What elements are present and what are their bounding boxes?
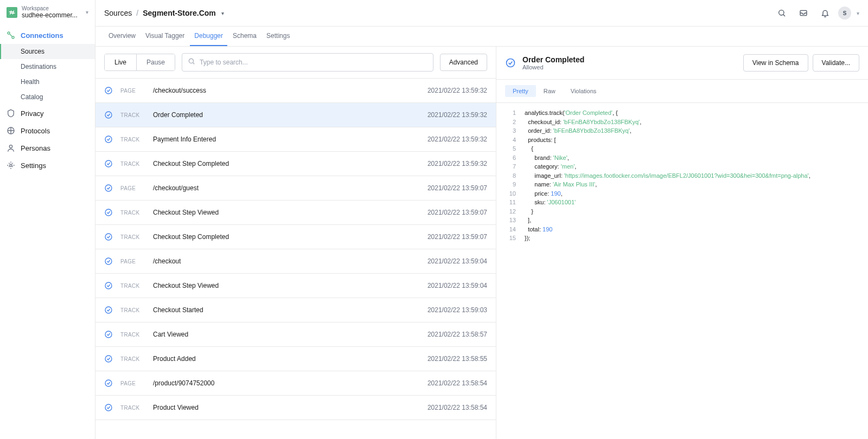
event-row[interactable]: TRACKCheckout Step Viewed2021/02/22 13:5… (95, 201, 496, 225)
shield-icon (7, 109, 15, 118)
svg-point-3 (9, 145, 12, 148)
event-row[interactable]: PAGE/checkout2021/02/22 13:59:04 (95, 249, 496, 274)
svg-point-5 (779, 10, 784, 15)
svg-point-19 (105, 356, 112, 362)
avatar[interactable]: S (838, 7, 851, 20)
event-row[interactable]: TRACKCheckout Step Completed2021/02/22 1… (95, 225, 496, 249)
detail-status: Allowed (522, 64, 737, 70)
event-timestamp: 2021/02/22 13:59:32 (427, 160, 487, 167)
nav-catalog[interactable]: Catalog (0, 89, 95, 105)
svg-point-14 (105, 234, 112, 240)
advanced-button[interactable]: Advanced (440, 54, 487, 71)
protocols-icon (7, 126, 15, 135)
check-circle-icon (104, 208, 113, 217)
tab-debugger[interactable]: Debugger (190, 27, 227, 46)
svg-point-21 (105, 404, 112, 411)
event-type: TRACK (120, 112, 145, 118)
chevron-down-icon: ▾ (86, 9, 88, 15)
event-row[interactable]: TRACKOrder Completed2021/02/22 13:59:32 (95, 103, 496, 127)
event-name: Cart Viewed (153, 331, 420, 338)
event-row[interactable]: TRACKCheckout Step Viewed2021/02/22 13:5… (95, 274, 496, 298)
nav-sources[interactable]: Sources (0, 44, 95, 59)
tab-visual-tagger[interactable]: Visual Tagger (141, 27, 189, 46)
validate-button[interactable]: Validate... (813, 54, 859, 72)
detail-title: Order Completed (522, 55, 737, 64)
inbox-button[interactable] (795, 4, 812, 22)
svg-point-9 (105, 112, 112, 118)
event-type: TRACK (120, 137, 145, 143)
event-row[interactable]: PAGE/product/90747520002021/02/22 13:58:… (95, 371, 496, 396)
event-timestamp: 2021/02/22 13:59:04 (427, 282, 487, 289)
search-input[interactable] (200, 59, 427, 66)
chevron-down-icon[interactable]: ▾ (857, 10, 859, 16)
pause-button[interactable]: Pause (137, 54, 175, 70)
event-name: Payment Info Entered (153, 135, 420, 143)
personas-icon (7, 144, 15, 152)
chevron-down-icon[interactable]: ▾ (221, 10, 224, 16)
event-timestamp: 2021/02/22 13:59:32 (427, 111, 487, 119)
nav-personas[interactable]: Personas (0, 139, 95, 157)
check-circle-icon (104, 281, 113, 290)
tab-settings[interactable]: Settings (262, 27, 294, 46)
event-name: Checkout Step Viewed (153, 282, 420, 289)
breadcrumb-root[interactable]: Sources (104, 9, 132, 17)
check-circle-icon (104, 86, 113, 95)
svg-point-0 (8, 32, 10, 34)
svg-point-20 (105, 380, 112, 386)
event-timestamp: 2021/02/22 13:59:07 (427, 209, 487, 216)
event-name: /checkout (153, 257, 420, 265)
event-timestamp: 2021/02/22 13:59:04 (427, 257, 487, 265)
event-row[interactable]: TRACKCheckout Started2021/02/22 13:59:03 (95, 298, 496, 322)
event-type: TRACK (120, 283, 145, 289)
nav-protocols[interactable]: Protocols (0, 122, 95, 139)
event-timestamp: 2021/02/22 13:59:07 (427, 184, 487, 192)
event-timestamp: 2021/02/22 13:59:32 (427, 135, 487, 143)
event-row[interactable]: TRACKProduct Added2021/02/22 13:58:55 (95, 347, 496, 371)
event-type: TRACK (120, 234, 145, 240)
nav-health[interactable]: Health (0, 74, 95, 89)
workspace-switcher[interactable]: Workspace sudhee-ecommer... ▾ (0, 0, 95, 24)
check-circle-icon (104, 403, 113, 412)
code-line: 14 total: 190 (505, 225, 859, 234)
nav-privacy[interactable]: Privacy (0, 105, 95, 122)
event-row[interactable]: PAGE/checkout/guest2021/02/22 13:59:07 (95, 176, 496, 201)
event-timestamp: 2021/02/22 13:58:54 (427, 379, 487, 387)
notifications-button[interactable] (816, 4, 834, 22)
detail-tab-pretty[interactable]: Pretty (505, 85, 536, 97)
event-timestamp: 2021/02/22 13:58:55 (427, 355, 487, 363)
check-circle-icon (104, 159, 113, 168)
tab-overview[interactable]: Overview (104, 27, 140, 46)
nav-settings[interactable]: Settings (0, 157, 95, 174)
code-line: 11 sku: 'J0601001' (505, 198, 859, 207)
nav-destinations[interactable]: Destinations (0, 59, 95, 74)
event-row[interactable]: TRACKPayment Info Entered2021/02/22 13:5… (95, 127, 496, 152)
check-circle-icon (104, 330, 113, 339)
event-type: PAGE (120, 185, 145, 191)
event-timestamp: 2021/02/22 13:58:57 (427, 331, 487, 338)
nav-connections[interactable]: Connections (0, 27, 95, 44)
event-row[interactable]: TRACKProduct Viewed2021/02/22 13:58:54 (95, 396, 496, 420)
svg-point-16 (105, 282, 112, 289)
search-field[interactable] (182, 53, 433, 72)
live-button[interactable]: Live (105, 54, 137, 70)
svg-point-13 (105, 209, 112, 216)
code-line: 5 { (505, 144, 859, 153)
event-row[interactable]: PAGE/checkout/success2021/02/22 13:59:32 (95, 79, 496, 103)
tab-schema[interactable]: Schema (228, 27, 261, 46)
code-line: 15}); (505, 234, 859, 243)
svg-point-17 (105, 307, 112, 313)
view-in-schema-button[interactable]: View in Schema (743, 54, 808, 72)
event-list[interactable]: PAGE/checkout/success2021/02/22 13:59:32… (95, 79, 496, 439)
code-line: 10 price: 190, (505, 189, 859, 198)
breadcrumb: Sources / Segment-Store.Com ▾ (104, 9, 224, 17)
breadcrumb-current[interactable]: Segment-Store.Com (143, 9, 216, 17)
event-type: TRACK (120, 161, 145, 167)
detail-tab-raw[interactable]: Raw (536, 85, 563, 97)
detail-tab-violations[interactable]: Violations (563, 85, 604, 97)
event-name: Checkout Step Completed (153, 233, 420, 241)
event-row[interactable]: TRACKCheckout Step Completed2021/02/22 1… (95, 152, 496, 176)
code-panel: 1analytics.track('Order Completed', {2 c… (496, 103, 868, 439)
search-button[interactable] (773, 4, 790, 22)
event-type: PAGE (120, 88, 145, 94)
event-row[interactable]: TRACKCart Viewed2021/02/22 13:58:57 (95, 322, 496, 347)
